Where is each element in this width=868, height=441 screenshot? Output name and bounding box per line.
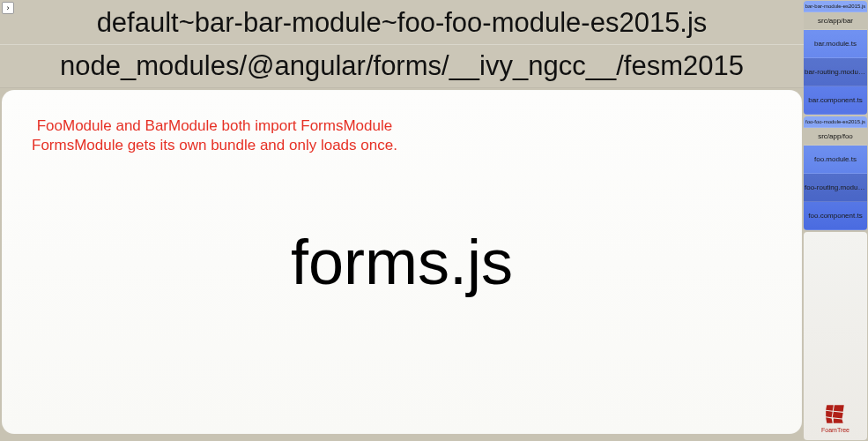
- file-label-forms: forms.js: [291, 226, 513, 298]
- file-cell[interactable]: foo.component.ts: [804, 202, 867, 230]
- group-path-bar: src/app/bar: [804, 12, 867, 30]
- sidebar-toggle-button[interactable]: ›: [2, 2, 14, 14]
- sidebar-group-bar[interactable]: bar-bar-module-es2015.js src/app/bar bar…: [804, 1, 867, 115]
- file-cell[interactable]: bar.component.ts: [804, 86, 867, 115]
- chevron-right-icon: ›: [7, 4, 10, 12]
- file-cell[interactable]: bar-routing.module.ts: [804, 58, 867, 86]
- foamtree-icon: [824, 402, 847, 425]
- foamtree-label: FoamTree: [821, 427, 849, 433]
- group-path-foo: src/app/foo: [804, 128, 867, 146]
- foamtree-logo-box[interactable]: FoamTree: [804, 232, 867, 440]
- file-cell[interactable]: bar.module.ts: [804, 30, 867, 58]
- annotation-line-1: FooModule and BarModule both import Form…: [32, 116, 397, 136]
- group-title-foo: foo-foo-module-es2015.js: [804, 116, 867, 128]
- annotation-overlay: FooModule and BarModule both import Form…: [32, 116, 397, 155]
- file-cell[interactable]: foo.module.ts: [804, 146, 867, 174]
- annotation-line-2: FormsModule gets its own bundle and only…: [32, 136, 397, 155]
- main-treemap-area: default~bar-bar-module~foo-foo-module-es…: [0, 0, 804, 441]
- bundle-path[interactable]: node_modules/@angular/forms/__ivy_ngcc__…: [0, 45, 804, 88]
- sidebar: bar-bar-module-es2015.js src/app/bar bar…: [804, 0, 868, 441]
- file-cell[interactable]: foo-routing.module.ts: [804, 174, 867, 202]
- bundle-title[interactable]: default~bar-bar-module~foo-foo-module-es…: [0, 0, 804, 45]
- group-title-bar: bar-bar-module-es2015.js: [804, 1, 867, 12]
- sidebar-group-foo[interactable]: foo-foo-module-es2015.js src/app/foo foo…: [804, 116, 867, 230]
- treemap-cell-forms[interactable]: FooModule and BarModule both import Form…: [2, 90, 802, 434]
